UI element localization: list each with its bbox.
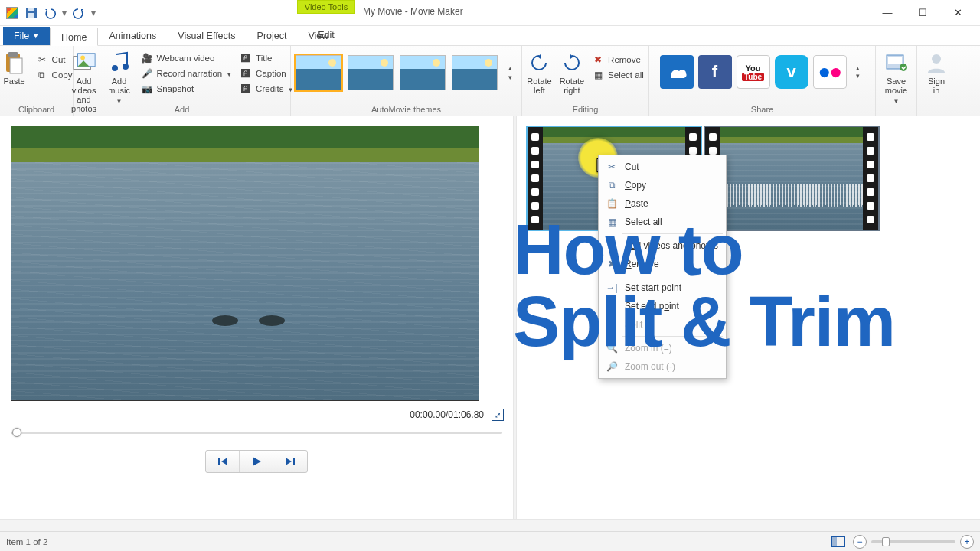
minimize-button[interactable]: — bbox=[870, 2, 905, 24]
play-button[interactable] bbox=[240, 451, 273, 472]
preview-pane: 00:00.00/01:06.80 ⤢ bbox=[0, 116, 513, 531]
signin-button[interactable]: Signin bbox=[920, 49, 953, 96]
horizontal-scrollbar[interactable] bbox=[0, 519, 980, 531]
prev-frame-button[interactable] bbox=[206, 451, 240, 472]
file-tab[interactable]: File▼ bbox=[3, 27, 50, 45]
seek-slider[interactable] bbox=[11, 427, 502, 438]
zoom-in-button[interactable]: + bbox=[960, 535, 974, 549]
group-save-movie: Savemovie ▼ bbox=[876, 46, 917, 116]
share-more[interactable]: ▴▾ bbox=[851, 55, 865, 89]
caption-button[interactable]: 🅰Caption bbox=[237, 66, 296, 81]
rotate-right-icon bbox=[560, 51, 584, 75]
ctx-zoom-out-: 🔎Zoom out (-) bbox=[600, 357, 724, 376]
file-tab-label: File bbox=[14, 31, 29, 41]
ribbon-tabs: File▼ Home Animations Visual Effects Pro… bbox=[0, 26, 980, 46]
theme-thumb-3[interactable] bbox=[400, 55, 446, 90]
maximize-button[interactable]: ☐ bbox=[905, 2, 940, 24]
ctx-select-all[interactable]: ▦Select all bbox=[600, 213, 724, 231]
group-clipboard: Paste ✂ Cut ⧉ Copy Clipboard bbox=[0, 46, 74, 116]
save-movie-icon bbox=[884, 51, 909, 75]
rotate-left-button[interactable]: Rotateleft bbox=[524, 49, 554, 96]
paste-icon bbox=[2, 51, 27, 75]
theme-thumb-2[interactable] bbox=[348, 55, 394, 90]
paste-label: Paste bbox=[4, 77, 25, 86]
preview-frame bbox=[11, 126, 479, 400]
share-facebook[interactable]: f bbox=[698, 55, 732, 89]
tab-edit[interactable]: Edit bbox=[297, 26, 355, 44]
paste-button[interactable]: Paste bbox=[0, 49, 31, 87]
status-item-count: Item 1 of 2 bbox=[6, 537, 47, 546]
ctx-cut[interactable]: ✂Cut bbox=[600, 158, 724, 176]
share-skydrive[interactable] bbox=[660, 55, 694, 89]
clip-2[interactable] bbox=[704, 126, 880, 231]
group-editing: Rotateleft Rotateright ✖Remove ▦Select a… bbox=[522, 46, 649, 116]
ctx-set-end-point[interactable]: |←Set end point bbox=[600, 297, 724, 315]
ctx-copy[interactable]: ⧉Copy bbox=[600, 176, 724, 194]
ctx-add-videos-and-photos[interactable]: ＋Add videos and photos bbox=[600, 236, 724, 255]
svg-rect-4 bbox=[8, 52, 18, 57]
tab-animations[interactable]: Animations bbox=[98, 27, 167, 45]
snapshot-button[interactable]: 📷Snapshot bbox=[138, 81, 236, 96]
contextual-tab-header: Video Tools bbox=[297, 0, 355, 14]
remove-button[interactable]: ✖Remove bbox=[589, 52, 647, 67]
chevron-down-icon: ▼ bbox=[116, 98, 122, 105]
svg-rect-12 bbox=[888, 57, 902, 64]
svg-point-14 bbox=[932, 54, 941, 64]
share-vimeo[interactable]: v bbox=[775, 55, 808, 89]
zoom-out-button[interactable]: − bbox=[853, 535, 867, 549]
group-themes: ▴▾ AutoMovie themes bbox=[291, 46, 522, 116]
zoom-slider[interactable] bbox=[871, 540, 956, 543]
audio-waveform bbox=[720, 184, 878, 215]
select-all-button[interactable]: ▦Select all bbox=[589, 67, 647, 83]
rotate-right-button[interactable]: Rotateright bbox=[557, 49, 587, 96]
webcam-button[interactable]: 🎥Webcam video bbox=[138, 51, 236, 66]
credits-icon: 🅰 bbox=[240, 83, 252, 95]
share-flickr[interactable]: ●● bbox=[813, 55, 847, 89]
qat-undo[interactable] bbox=[41, 5, 58, 21]
svg-rect-2 bbox=[28, 13, 34, 18]
ctx-remove[interactable]: ✖Remove bbox=[600, 255, 724, 273]
qat-redo[interactable] bbox=[70, 5, 87, 21]
credits-button[interactable]: 🅰Credits▼ bbox=[237, 81, 296, 96]
svg-rect-1 bbox=[28, 8, 34, 11]
workspace: 00:00.00/01:06.80 ⤢ bbox=[0, 116, 980, 531]
fullscreen-button[interactable]: ⤢ bbox=[492, 409, 504, 421]
share-youtube[interactable]: YouTube bbox=[737, 55, 770, 89]
next-frame-button[interactable] bbox=[273, 451, 307, 472]
svg-rect-5 bbox=[10, 58, 22, 73]
theme-thumb-4[interactable] bbox=[452, 55, 498, 90]
time-display: 00:00.00/01:06.80 bbox=[410, 409, 484, 420]
webcam-icon: 🎥 bbox=[141, 52, 153, 64]
ctx-set-start-point[interactable]: →|Set start point bbox=[600, 279, 724, 297]
svg-point-9 bbox=[112, 65, 118, 71]
svg-rect-15 bbox=[218, 458, 220, 465]
themes-more[interactable]: ▴▾ bbox=[504, 55, 518, 90]
group-add: Add videosand photos Addmusic ▼ 🎥Webcam … bbox=[74, 46, 291, 116]
add-music-button[interactable]: Addmusic ▼ bbox=[103, 49, 136, 106]
preview-monitor bbox=[11, 126, 479, 401]
qat-save[interactable] bbox=[23, 5, 40, 21]
ctx-paste[interactable]: 📋Paste bbox=[600, 194, 724, 213]
close-button[interactable]: ✕ bbox=[940, 2, 975, 24]
save-movie-button[interactable]: Savemovie ▼ bbox=[880, 49, 913, 106]
ribbon: Paste ✂ Cut ⧉ Copy Clipboard bbox=[0, 46, 980, 116]
tab-visual-effects[interactable]: Visual Effects bbox=[167, 27, 246, 45]
title-icon: 🅰 bbox=[240, 52, 252, 64]
tab-project[interactable]: Project bbox=[247, 27, 298, 45]
zoom-control: − + bbox=[853, 535, 974, 549]
scissors-icon: ✂ bbox=[36, 54, 48, 66]
view-toggle[interactable] bbox=[831, 536, 845, 547]
theme-thumb-1[interactable] bbox=[296, 55, 341, 90]
user-icon bbox=[924, 51, 949, 75]
group-signin: Signin bbox=[917, 46, 956, 116]
narration-button[interactable]: 🎤Record narration▼ bbox=[138, 66, 236, 81]
window-title: My Movie - Movie Maker bbox=[363, 6, 463, 17]
title-bar: ▾ ▾ Video Tools My Movie - Movie Maker —… bbox=[0, 0, 980, 26]
status-bar: Item 1 of 2 − + bbox=[0, 531, 980, 551]
storyboard-pane[interactable]: ✂Cut⧉Copy📋Paste▦Select all＋Add videos an… bbox=[517, 116, 980, 531]
tab-home[interactable]: Home bbox=[50, 28, 98, 46]
group-share: f YouTube v ●● ▴▾ Share bbox=[649, 46, 876, 116]
qat-undo-drop[interactable]: ▾ bbox=[60, 5, 69, 21]
qat-customize[interactable]: ▾ bbox=[89, 5, 98, 21]
title-button[interactable]: 🅰Title bbox=[237, 51, 296, 66]
